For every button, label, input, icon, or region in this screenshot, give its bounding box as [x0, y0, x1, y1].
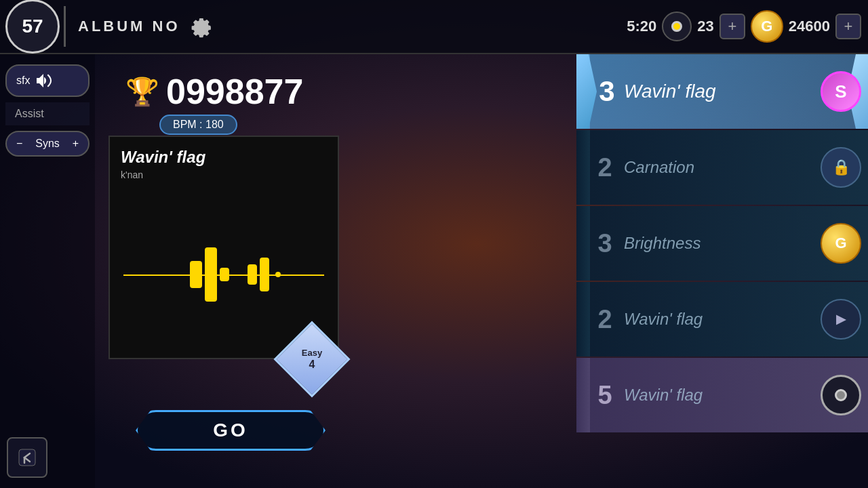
time-display: 5:20 [627, 18, 656, 35]
syns-button[interactable]: − Syns + [5, 131, 90, 157]
song-card-header: Wavin' flag k'nan [110, 137, 338, 191]
song-badge-g: G [821, 223, 861, 264]
difficulty-badge: Easy 4 [285, 332, 346, 393]
bpm-badge: BPM : 180 [159, 115, 237, 135]
play-count: 23 [697, 18, 713, 35]
song-number-3: 3 [576, 229, 624, 258]
album-title: ALBUM NO [78, 18, 180, 35]
song-badge-lock: 🔒 [821, 147, 861, 188]
svg-rect-6 [19, 449, 35, 466]
score-number: 0998877 [166, 71, 303, 112]
score-area: 🏆 0998877 BPM : 180 [125, 71, 303, 135]
trophy-icon: 🏆 [125, 76, 159, 108]
sfx-button[interactable]: sfx [5, 64, 90, 97]
song-list-item-1[interactable]: 3 Wavin' flag S [576, 54, 868, 129]
song-list-item-4[interactable]: 2 Wavin' flag ▶ [576, 282, 868, 357]
go-button[interactable]: GO [136, 410, 326, 451]
song-name-1: Wavin' flag [624, 81, 821, 102]
speaker-icon [34, 71, 53, 90]
song-list-item-2[interactable]: 2 Carnation 🔒 [576, 130, 868, 205]
syns-plus: + [73, 138, 79, 150]
song-artist: k'nan [121, 169, 327, 180]
top-bar-right: 5:20 23 + G 24600 + [627, 10, 868, 43]
song-number-4: 2 [576, 305, 624, 334]
play-circle-icon[interactable] [662, 12, 692, 41]
go-button-inner: GO [136, 410, 326, 451]
gold-coin-icon: G [751, 10, 783, 43]
top-bar: 57 ALBUM NO 5:20 23 + G 24600 + [0, 0, 868, 54]
play-plus-button[interactable]: + [719, 14, 745, 39]
syns-minus: − [16, 138, 22, 150]
song-number-2: 2 [576, 153, 624, 182]
back-icon [16, 447, 38, 468]
score-plus-button[interactable]: + [835, 14, 861, 39]
song-card: Wavin' flag k'nan [108, 136, 339, 359]
song-badge-circle [821, 375, 861, 415]
album-number: 57 [5, 0, 60, 54]
syns-label: Syns [35, 138, 60, 150]
sfx-label: sfx [16, 75, 30, 87]
song-list-item-5[interactable]: 5 Wavin' flag [576, 358, 868, 432]
circle-inner-dot [835, 389, 847, 401]
song-list-item-3[interactable]: 3 Brightness G [576, 206, 868, 281]
back-button[interactable] [7, 437, 47, 478]
difficulty-text: Easy 4 [287, 334, 337, 384]
song-name-5: Wavin' flag [624, 386, 821, 405]
score-display: 24600 [789, 18, 830, 35]
right-song-list: 3 Wavin' flag S 2 Carnation 🔒 3 Brightne… [576, 54, 868, 488]
divider [64, 6, 66, 47]
song-name-2: Carnation [624, 158, 821, 177]
inner-dot [671, 21, 682, 32]
song-badge-s: S [821, 71, 861, 112]
song-number-1: 3 [576, 75, 624, 108]
left-panel: sfx Assist − Syns + [0, 58, 95, 163]
gear-icon[interactable] [189, 14, 213, 39]
song-title-main: Wavin' flag [121, 148, 327, 167]
assist-button[interactable]: Assist [5, 102, 90, 125]
song-badge-video: ▶ [821, 299, 861, 340]
song-name-4: Wavin' flag [624, 310, 821, 329]
score-value: 🏆 0998877 [125, 71, 303, 112]
song-name-3: Brightness [624, 234, 821, 253]
waveform-line [123, 274, 324, 276]
song-number-5: 5 [576, 381, 624, 410]
